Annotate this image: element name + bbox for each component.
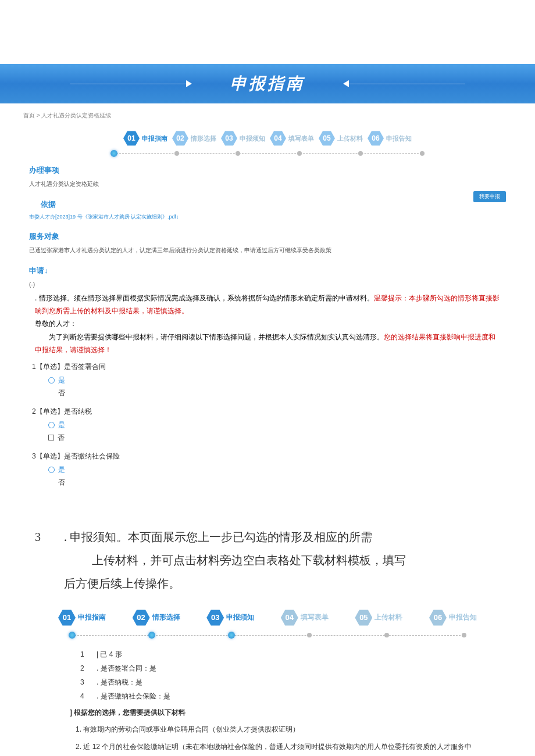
selected-item-2: . 是否纳税：是 — [97, 678, 142, 686]
step-3-label: 申报须知 — [240, 134, 265, 143]
step-2[interactable]: 02 情形选择 — [172, 130, 216, 146]
notice-p1a: . 情形选择。须在情形选择界面根据实际情况完成选择及确认，系统将据所勾选的情形来… — [35, 294, 374, 302]
s2-step-6-label: 申报告知 — [449, 612, 477, 622]
radio-icon — [48, 377, 55, 384]
section-target: 服务对象 已通过张家港市人才礼遇分类认定的人才，认定满三年后须进行分类认定资格延… — [0, 223, 535, 257]
section-apply-title: 申请↓ — [29, 266, 506, 276]
dot-5-icon — [358, 151, 363, 156]
checkbox-icon — [48, 435, 54, 440]
step-2-label: 情形选择 — [191, 134, 216, 143]
steps-row: 01 申报指南 02 情形选择 03 申报须知 04 填写表单 05 上传材料 … — [0, 124, 535, 150]
dot-4-icon — [297, 151, 302, 156]
hex-04-icon: 04 — [281, 609, 298, 626]
notice-block: . 情形选择。须在情形选择界面根据实际情况完成选择及确认，系统将据所勾选的情形来… — [0, 292, 535, 356]
q2-title: 2【单选】是否纳税 — [32, 407, 503, 417]
notice-p2: 尊敬的人才： — [35, 317, 500, 330]
q3-no-label: 否 — [58, 478, 65, 488]
list-num: 4 — [80, 689, 97, 703]
banner: 申报指南 — [0, 64, 535, 103]
step-6-label: 申报告知 — [386, 134, 412, 143]
s2-step-6[interactable]: 06 申报告知 — [429, 609, 477, 626]
section-basis: 依据 市委人才办[2023]19 号《张家港市人才购房 认定实施细则》.pdf↓… — [0, 191, 535, 223]
s2-step-3-label: 申报须知 — [226, 612, 254, 622]
body-line1: . 申报须知。本页面展示您上一步已勾选的情形及相应的所需 — [64, 531, 372, 543]
s2-step-2[interactable]: 02 情形选择 — [133, 609, 180, 626]
steps-row-2: 01 申报指南 02 情形选择 03 申报须知 04 填写表单 05 上传材料 … — [58, 607, 477, 629]
s2-step-3[interactable]: 03 申报须知 — [206, 609, 254, 626]
hex-01-icon: 01 — [58, 609, 76, 626]
dot2-4-icon — [307, 633, 312, 637]
s2-step-4[interactable]: 04 填写表单 — [281, 609, 329, 626]
q1-yes-label: 是 — [58, 375, 65, 385]
dot-3-icon — [236, 151, 240, 156]
progress-track-2 — [69, 631, 466, 639]
s2-step-1[interactable]: 01 申报指南 — [58, 609, 106, 626]
hex-05-icon: 05 — [355, 609, 372, 626]
progress-track — [110, 150, 425, 157]
q3-no[interactable]: 否 — [32, 478, 503, 488]
hex-02-icon: 02 — [133, 609, 150, 626]
q2-no[interactable]: 否 — [32, 433, 503, 443]
selected-list: 1| 已 4 形 2. 是否签署合同：是 3. 是否纳税：是 4. 是否缴纳社会… — [58, 647, 477, 703]
list-num: 1 — [80, 647, 97, 661]
q1-yes[interactable]: 是 — [32, 375, 503, 385]
apply-button[interactable]: 我要申报 — [473, 191, 506, 202]
q2-no-label: 否 — [58, 433, 65, 443]
section-item: 办理事项 人才礼遇分类认定资格延续 — [0, 157, 535, 191]
radio-icon — [48, 467, 55, 473]
section-item-title: 办理事项 — [29, 165, 506, 175]
hex-05-icon: 05 — [319, 130, 335, 146]
q2-yes-label: 是 — [58, 420, 65, 430]
body-paragraph: 3. 申报须知。本页面展示您上一步已勾选的情形及相应的所需 上传材料，并可点击材… — [0, 490, 535, 607]
hex-03-icon: 03 — [206, 609, 224, 626]
step-1-label: 申报指南 — [142, 134, 167, 143]
hex-01-icon: 01 — [123, 130, 140, 146]
q3-yes[interactable]: 是 — [32, 465, 503, 475]
material-1: . 有效期内的劳动合同或事业单位聘用合同（创业类人才提供股权证明） — [80, 725, 300, 733]
q1-no[interactable]: 否 — [32, 388, 503, 398]
radio-icon — [48, 422, 55, 428]
s2-step-4-label: 填写表单 — [301, 612, 329, 622]
s2-step-5-label: 上传材料 — [374, 612, 402, 622]
body-line2: 上传材料，并可点击材料旁边空白表格处下载材料模板，填写 — [35, 549, 500, 572]
breadcrumb[interactable]: 首页 > 人才礼遇分类认定资格延续 — [0, 107, 535, 124]
section-target-title: 服务对象 — [29, 231, 506, 242]
question-3: 3【单选】是否缴纳社会保险 是 否 — [0, 446, 535, 488]
section-basis-title: 依据 — [29, 199, 506, 210]
basis-pdf-link[interactable]: 市委人才办[2023]19 号《张家港市人才购房 认定实施细则》.pdf↓ — [29, 213, 506, 221]
step-1[interactable]: 01 申报指南 — [123, 130, 167, 146]
step-4[interactable]: 04 填写表单 — [270, 130, 314, 146]
body-num: 3 — [35, 525, 64, 549]
step-4-label: 填写表单 — [288, 134, 314, 143]
dot2-1-icon — [69, 632, 76, 639]
materials-header: ] 根据您的选择，您需要提供以下材料 — [58, 708, 477, 718]
lower-screenshot: 01 申报指南 02 情形选择 03 申报须知 04 填写表单 05 上传材料 … — [58, 607, 477, 756]
material-2: . 近 12 个月的社会保险缴纳证明（未在本地缴纳社会保险的，普通人才须同时提供… — [76, 743, 472, 756]
q2-yes[interactable]: 是 — [32, 420, 503, 430]
materials-list: 1. 有效期内的劳动合同或事业单位聘用合同（创业类人才提供股权证明） 2. 近 … — [58, 722, 477, 756]
mat-num: 1 — [76, 725, 80, 733]
q1-no-label: 否 — [58, 388, 65, 398]
dot2-2-icon — [148, 632, 155, 639]
hex-04-icon: 04 — [270, 130, 286, 146]
s2-step-2-label: 情形选择 — [152, 612, 180, 622]
hex-06-icon: 06 — [429, 609, 447, 626]
notice-p3a: 为了判断您需要提供哪些申报材料，请仔细阅读以下情形选择问题，并根据本人实际情况如… — [35, 333, 384, 341]
section-target-text: 已通过张家港市人才礼遇分类认定的人才，认定满三年后须进行分类认定资格延续，申请通… — [29, 245, 506, 255]
hex-06-icon: 06 — [368, 130, 384, 146]
list-num: 3 — [80, 675, 97, 689]
step-6[interactable]: 06 申报告知 — [368, 130, 412, 146]
step-5[interactable]: 05 上传材料 — [319, 130, 363, 146]
q3-yes-label: 是 — [58, 465, 65, 475]
dot-2-icon — [174, 151, 179, 156]
dot-1-icon — [110, 150, 117, 157]
banner-title: 申报指南 — [230, 73, 305, 95]
question-1: 1【单选】是否签署合同 是 否 — [0, 356, 535, 398]
step-3[interactable]: 03 申报须知 — [221, 130, 265, 146]
hex-03-icon: 03 — [221, 130, 237, 146]
section-item-text: 人才礼遇分类认定资格延续 — [29, 179, 506, 189]
dot2-5-icon — [384, 633, 389, 637]
dot-6-icon — [420, 151, 425, 156]
s2-step-5[interactable]: 05 上传材料 — [355, 609, 402, 626]
question-2: 2【单选】是否纳税 是 否 — [0, 401, 535, 443]
